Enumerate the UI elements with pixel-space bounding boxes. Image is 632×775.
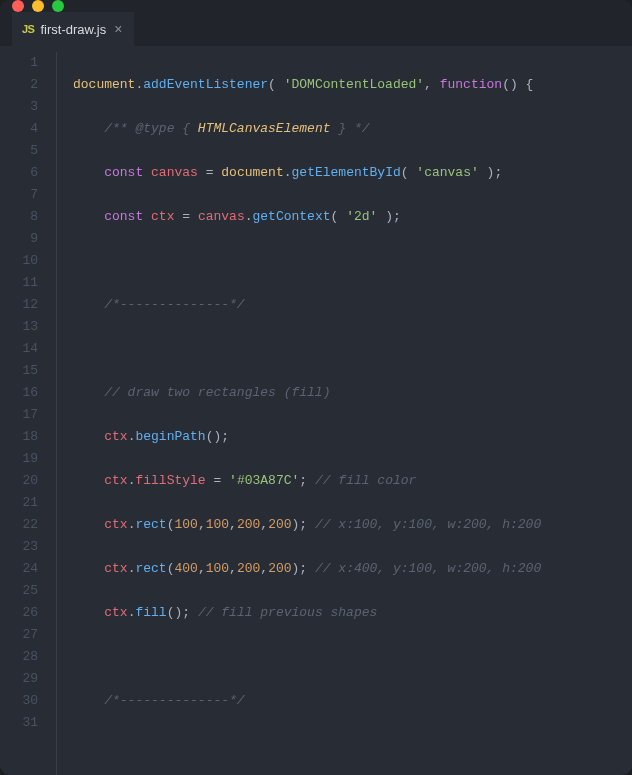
line-number-gutter: 1234567891011121314151617181920212223242… bbox=[0, 52, 56, 775]
line-number: 6 bbox=[0, 162, 38, 184]
line-number: 5 bbox=[0, 140, 38, 162]
js-file-icon: JS bbox=[22, 23, 34, 35]
code-line[interactable] bbox=[73, 734, 632, 756]
code-line[interactable]: ctx.fillStyle = '#03A87C'; // fill color bbox=[73, 470, 632, 492]
line-number: 19 bbox=[0, 448, 38, 470]
line-number: 3 bbox=[0, 96, 38, 118]
line-number: 25 bbox=[0, 580, 38, 602]
tab-filename: first-draw.js bbox=[40, 22, 106, 37]
line-number: 30 bbox=[0, 690, 38, 712]
code-line[interactable]: ctx.fill(); // fill previous shapes bbox=[73, 602, 632, 624]
code-line[interactable]: /*--------------*/ bbox=[73, 294, 632, 316]
minimize-window-button[interactable] bbox=[32, 0, 44, 12]
editor-window: JS first-draw.js × 123456789101112131415… bbox=[0, 0, 632, 775]
line-number: 2 bbox=[0, 74, 38, 96]
line-number: 1 bbox=[0, 52, 38, 74]
code-line[interactable]: const ctx = canvas.getContext( '2d' ); bbox=[73, 206, 632, 228]
code-line[interactable] bbox=[73, 250, 632, 272]
line-number: 8 bbox=[0, 206, 38, 228]
titlebar[interactable] bbox=[0, 0, 632, 12]
code-line[interactable]: ctx.beginPath(); bbox=[73, 426, 632, 448]
line-number: 20 bbox=[0, 470, 38, 492]
line-number: 27 bbox=[0, 624, 38, 646]
code-line[interactable]: /*--------------*/ bbox=[73, 690, 632, 712]
traffic-lights bbox=[12, 0, 64, 12]
code-line[interactable]: /** @type { HTMLCanvasElement } */ bbox=[73, 118, 632, 140]
close-window-button[interactable] bbox=[12, 0, 24, 12]
code-editor[interactable]: 1234567891011121314151617181920212223242… bbox=[0, 46, 632, 775]
line-number: 26 bbox=[0, 602, 38, 624]
code-line[interactable] bbox=[73, 338, 632, 360]
code-line[interactable] bbox=[73, 646, 632, 668]
line-number: 24 bbox=[0, 558, 38, 580]
close-tab-icon[interactable]: × bbox=[112, 20, 124, 38]
line-number: 29 bbox=[0, 668, 38, 690]
line-number: 22 bbox=[0, 514, 38, 536]
line-number: 11 bbox=[0, 272, 38, 294]
line-number: 17 bbox=[0, 404, 38, 426]
line-number: 31 bbox=[0, 712, 38, 734]
line-number: 18 bbox=[0, 426, 38, 448]
line-number: 15 bbox=[0, 360, 38, 382]
line-number: 28 bbox=[0, 646, 38, 668]
code-line[interactable]: const canvas = document.getElementById( … bbox=[73, 162, 632, 184]
tab-bar: JS first-draw.js × bbox=[0, 12, 632, 46]
line-number: 4 bbox=[0, 118, 38, 140]
line-number: 12 bbox=[0, 294, 38, 316]
line-number: 21 bbox=[0, 492, 38, 514]
tab-first-draw-js[interactable]: JS first-draw.js × bbox=[12, 12, 134, 46]
line-number: 23 bbox=[0, 536, 38, 558]
code-line[interactable]: // draw two rectangles (fill) bbox=[73, 382, 632, 404]
line-number: 9 bbox=[0, 228, 38, 250]
code-line[interactable]: document.addEventListener( 'DOMContentLo… bbox=[73, 74, 632, 96]
line-number: 13 bbox=[0, 316, 38, 338]
line-number: 10 bbox=[0, 250, 38, 272]
code-line[interactable]: ctx.rect(100,100,200,200); // x:100, y:1… bbox=[73, 514, 632, 536]
maximize-window-button[interactable] bbox=[52, 0, 64, 12]
line-number: 14 bbox=[0, 338, 38, 360]
line-number: 16 bbox=[0, 382, 38, 404]
code-line[interactable]: ctx.rect(400,100,200,200); // x:400, y:1… bbox=[73, 558, 632, 580]
line-number: 7 bbox=[0, 184, 38, 206]
code-area[interactable]: document.addEventListener( 'DOMContentLo… bbox=[56, 52, 632, 775]
